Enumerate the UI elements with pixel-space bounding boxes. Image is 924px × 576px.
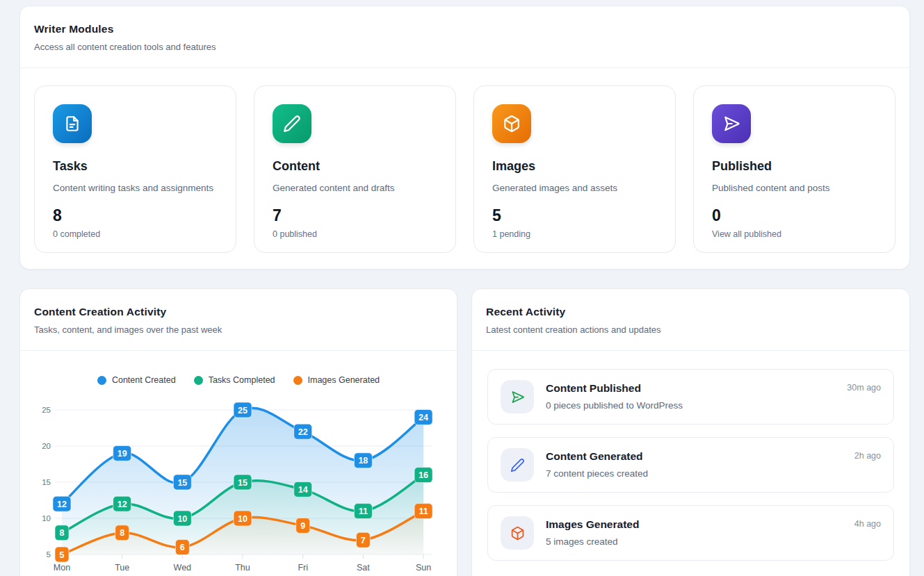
activity-title: Content Generated <box>546 450 843 463</box>
file-text-icon <box>53 104 92 143</box>
activity-timestamp: 30m ago <box>847 380 881 413</box>
module-title: Tasks <box>53 159 218 174</box>
svg-text:9: 9 <box>300 521 305 531</box>
module-card-images[interactable]: Images Generated images and assets 5 1 p… <box>473 85 676 253</box>
writer-modules-header: Writer Modules Access all content creati… <box>20 6 909 68</box>
svg-text:10: 10 <box>177 514 187 524</box>
chart-title: Content Creation Activity <box>34 306 443 318</box>
module-sub-label: 0 completed <box>53 229 218 239</box>
svg-text:8: 8 <box>60 528 65 538</box>
cube-icon <box>492 104 531 143</box>
cube-icon <box>501 516 534 550</box>
chart-legend: Content Created Tasks Completed Images G… <box>20 373 457 387</box>
pencil-icon <box>273 104 311 143</box>
activity-description: 7 content pieces created <box>546 468 843 479</box>
activity-description: 5 images created <box>546 536 843 547</box>
svg-text:25: 25 <box>238 406 248 415</box>
module-count: 8 <box>53 206 218 225</box>
module-count: 5 <box>492 206 657 225</box>
svg-text:5: 5 <box>60 550 65 560</box>
writer-modules-subtitle: Access all content creation tools and fe… <box>34 42 895 52</box>
legend-label: Images Generated <box>308 375 380 385</box>
svg-text:10: 10 <box>42 514 51 522</box>
content-creation-activity-panel: Content Creation Activity Tasks, content… <box>19 288 457 576</box>
svg-text:Mon: Mon <box>54 563 70 573</box>
activity-timestamp: 2h ago <box>854 448 881 482</box>
svg-text:16: 16 <box>419 470 428 480</box>
svg-text:6: 6 <box>180 543 185 552</box>
svg-text:11: 11 <box>359 507 368 516</box>
svg-text:10: 10 <box>238 514 248 524</box>
activity-item-content-published[interactable]: Content Published 0 pieces published to … <box>487 369 894 425</box>
chart-subtitle: Tasks, content, and images over the past… <box>34 324 443 335</box>
chart-header: Content Creation Activity Tasks, content… <box>20 289 457 351</box>
svg-text:15: 15 <box>238 478 248 488</box>
legend-item-images-generated[interactable]: Images Generated <box>293 375 380 385</box>
chart-body: Content Created Tasks Completed Images G… <box>20 351 457 575</box>
svg-text:Tue: Tue <box>115 563 129 573</box>
activity-title: Content Published <box>546 382 835 395</box>
legend-label: Tasks Completed <box>209 375 275 385</box>
module-sub-label: 1 pending <box>492 229 657 239</box>
svg-text:15: 15 <box>42 478 51 486</box>
svg-text:15: 15 <box>177 478 187 488</box>
module-title: Content <box>273 159 437 174</box>
module-card-published[interactable]: Published Published content and posts 0 … <box>693 85 895 253</box>
pencil-icon <box>501 448 534 482</box>
activity-description: 0 pieces published to WordPress <box>546 400 835 411</box>
module-sub-label: 0 published <box>273 229 437 239</box>
activity-timestamp: 4h ago <box>854 516 881 550</box>
module-description: Published content and posts <box>712 183 877 193</box>
svg-text:Wed: Wed <box>174 563 192 573</box>
svg-text:14: 14 <box>298 485 308 495</box>
recent-activity-title: Recent Activity <box>486 306 895 318</box>
svg-text:Sat: Sat <box>357 563 370 573</box>
module-count: 7 <box>273 206 437 225</box>
svg-text:24: 24 <box>419 413 428 422</box>
svg-text:Thu: Thu <box>235 563 250 573</box>
svg-text:12: 12 <box>57 500 67 509</box>
writer-modules-panel: Writer Modules Access all content creati… <box>19 6 910 270</box>
send-icon <box>501 380 534 413</box>
svg-text:19: 19 <box>117 449 127 459</box>
module-title: Published <box>712 159 877 174</box>
modules-row: Tasks Content writing tasks and assignme… <box>20 68 909 270</box>
recent-activity-header: Recent Activity Latest content creation … <box>472 289 909 351</box>
svg-text:Sun: Sun <box>416 563 431 573</box>
svg-text:Fri: Fri <box>298 563 308 573</box>
svg-text:7: 7 <box>361 536 366 545</box>
activity-item-content-generated[interactable]: Content Generated 7 content pieces creat… <box>487 437 894 493</box>
module-card-tasks[interactable]: Tasks Content writing tasks and assignme… <box>34 85 236 253</box>
activity-item-images-generated[interactable]: Images Generated 5 images created 4h ago <box>487 505 894 561</box>
activity-title: Images Generated <box>546 518 843 531</box>
module-count: 0 <box>712 206 877 225</box>
svg-text:11: 11 <box>419 507 428 516</box>
send-icon <box>712 104 751 143</box>
module-description: Generated content and drafts <box>273 183 437 193</box>
legend-dot-icon <box>293 376 302 385</box>
recent-activity-subtitle: Latest content creation actions and upda… <box>486 324 895 335</box>
legend-dot-icon <box>97 376 106 385</box>
legend-label: Content Created <box>112 375 176 385</box>
activity-list: Content Published 0 pieces published to … <box>472 351 909 576</box>
svg-text:25: 25 <box>42 406 51 414</box>
writer-modules-title: Writer Modules <box>34 23 895 35</box>
svg-text:8: 8 <box>120 528 124 538</box>
module-sub-label: View all published <box>712 229 877 239</box>
recent-activity-panel: Recent Activity Latest content creation … <box>471 288 910 576</box>
activity-line-chart: 252015105MonTueWedThuFriSatSun1219152522… <box>29 390 451 575</box>
legend-dot-icon <box>194 376 203 385</box>
svg-text:20: 20 <box>42 442 51 450</box>
module-card-content[interactable]: Content Generated content and drafts 7 0… <box>254 85 456 253</box>
legend-item-tasks-completed[interactable]: Tasks Completed <box>194 375 275 385</box>
legend-item-content-created[interactable]: Content Created <box>97 375 176 385</box>
svg-text:12: 12 <box>117 500 127 509</box>
svg-text:22: 22 <box>298 427 308 437</box>
module-title: Images <box>492 159 657 174</box>
svg-text:5: 5 <box>47 550 51 559</box>
svg-text:18: 18 <box>358 456 368 466</box>
module-description: Content writing tasks and assignments <box>53 183 218 193</box>
module-description: Generated images and assets <box>492 183 657 193</box>
